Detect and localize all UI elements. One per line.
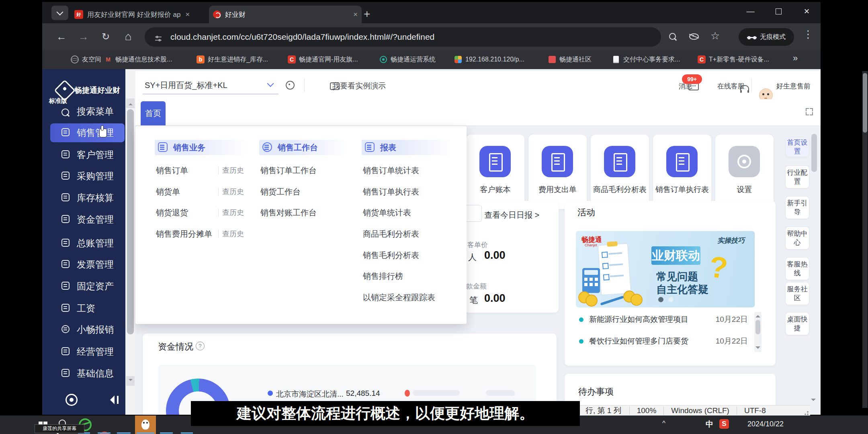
user-name[interactable]: 好生意售前 [776,82,811,91]
help-icon[interactable]: ? [196,342,205,350]
menu-item-product-gross-profit[interactable]: 商品毛利分析表 [363,229,419,239]
resize-grip[interactable] [803,409,809,415]
bookmarks-overflow-icon[interactable]: » [793,53,798,63]
content-scroll-down-icon[interactable] [811,399,816,403]
menu-item-sales-gross-profit[interactable]: 销售毛利分析表 [363,250,419,260]
site-info-icon[interactable] [155,37,162,37]
bookmark-community[interactable]: 畅捷通社区 [548,50,592,69]
tab2-close-icon[interactable]: × [353,10,358,19]
new-tab-button[interactable]: + [364,8,370,20]
background-window-scrollbar[interactable] [862,71,868,408]
address-bar[interactable]: cloud.chanjet.com/cc/u6t720seigd0/lada7f… [145,27,661,47]
rail-home-settings[interactable]: 首页设置 [786,137,809,157]
rail-service-hotline[interactable]: 客服热线 [786,258,809,280]
support-label[interactable]: 在线客服 [717,82,745,91]
tray-chevron-icon[interactable]: ^ [662,420,665,428]
carousel-dot[interactable] [668,297,674,302]
demo-link[interactable]: 我要看实例演示 [332,81,386,91]
scroll-thumb[interactable] [755,320,760,334]
sidebar-item-purchase-mgmt[interactable]: 采购管理 [42,167,125,185]
rail-beginner-guide[interactable]: 新手引导 [786,197,809,219]
bookmark-ops-system[interactable]: 畅捷通运营系统 [379,50,436,69]
tab-search-button[interactable] [51,6,68,20]
sidebar-item-fixed-assets[interactable]: 固定资产 [42,277,125,295]
sidebar-item-invoice-mgmt[interactable]: 发票管理 [42,255,125,274]
shortcut-settings[interactable]: 设置 [715,135,774,209]
qq-active-tile[interactable] [135,416,156,434]
forward-button[interactable]: → [76,29,91,44]
menu-item-sales-delivery[interactable]: 销货单 [156,186,180,197]
menu-item-order-execution-report[interactable]: 销售订单执行表 [363,186,419,197]
news-item[interactable]: 餐饮行业如何管理多门店要货 10月22日 [579,335,748,347]
browser-tab-1[interactable]: 好 用友好业财官网 好业财报价 ap × [70,6,214,23]
org-chevron-down-icon[interactable] [267,80,274,87]
sidebar-item-basic-info[interactable]: 基础信息 [42,364,125,383]
bookmark-chanjet-info[interactable]: M畅捷通信息技术股... [104,50,172,69]
browser-tab-2-active[interactable]: 好业财 × [209,6,362,23]
content-scroll-thumb[interactable] [811,134,817,172]
menu-item-delivery-workbench[interactable]: 销货工作台 [260,186,301,197]
bookmark-ip-address[interactable]: 192.168.210.120/p... [454,50,524,69]
rail-industry-config[interactable]: 行业配置 [786,166,809,188]
menu-item-delivery-stats-report[interactable]: 销货单统计表 [363,207,411,218]
shortcut-expense-voucher[interactable]: 费用支出单 [528,135,587,209]
news-scrollbar[interactable] [754,312,762,352]
menu-action-history[interactable]: 查历史 [218,188,244,196]
sidebar-item-payroll[interactable]: 工资 [42,299,125,317]
bookmark-star-icon[interactable]: ☆ [710,30,720,42]
menu-item-sales-return[interactable]: 销货退货 [156,207,188,218]
shortcut-order-execution-report[interactable]: 销售订单执行表 [653,135,711,209]
rail-desktop-shortcut[interactable]: 桌面快捷 [786,313,809,335]
bookmark-chanjet-site[interactable]: C畅捷通官网-用友旗... [288,50,358,69]
sidebar-item-sales-mgmt[interactable]: 销售管理 [42,123,125,142]
bookmark-tplus-retail[interactable]: CT+新零售-硬件设备... [698,50,769,69]
menu-action-history[interactable]: 查历史 [218,209,244,217]
back-button[interactable]: ← [54,29,69,44]
taskbar-clock[interactable]: 2024/10/22 [739,420,792,428]
bookmark-youspace[interactable]: 友空间 [71,50,101,69]
fullscreen-icon[interactable] [806,108,813,115]
menu-item-sales-ranking[interactable]: 销售排行榜 [363,271,403,281]
ime-indicator[interactable]: 中 [706,419,713,430]
menu-action-history[interactable]: 查历史 [218,230,244,238]
sidebar-item-funds-mgmt[interactable]: 资金管理 [42,210,125,229]
carousel-dot-active[interactable] [658,297,663,302]
menu-item-sales-order[interactable]: 销售订单 [156,165,188,176]
scroll-thumb[interactable] [127,109,134,334]
rail-help-center[interactable]: 帮助中心 [786,227,809,249]
shortcut-gross-profit-report[interactable]: 商品毛利分析表 [591,135,649,209]
bookmark-delivery-center[interactable]: 交付中心事务要求... [612,50,680,69]
sidebar-scrollbar[interactable] [125,69,135,415]
tab1-close-icon[interactable]: × [185,10,190,19]
rail-service-community[interactable]: 服务社区 [786,283,809,305]
window-restore-button[interactable] [770,4,788,18]
org-selector[interactable]: SY+日用百货_标准+KL [145,80,227,91]
menu-action-history[interactable]: 查历史 [218,166,244,174]
sidebar-item-expense[interactable]: 小畅报销 [42,320,125,339]
daily-report-link[interactable]: 查看今日日报 > [484,210,539,221]
scroll-thumb[interactable] [863,73,867,133]
scroll-up-button[interactable] [126,98,135,108]
sidebar-item-inventory-accounting[interactable]: 库存核算 [42,188,125,207]
menu-item-order-stats-report[interactable]: 销售订单统计表 [363,165,419,176]
reload-button[interactable]: ↻ [98,29,113,44]
menu-item-sales-purchase-tracking[interactable]: 以销定采全程跟踪表 [363,292,435,303]
header-gear-icon[interactable] [286,81,295,90]
sidebar-item-customer-mgmt[interactable]: 客户管理 [42,145,125,164]
menu-item-sales-expense-split[interactable]: 销售费用分摊单 [156,229,212,239]
sidebar-item-search-menu[interactable]: 搜索菜单 [42,102,125,121]
sidebar-item-general-ledger[interactable]: 总账管理 [42,234,125,252]
sidebar-settings-gear-icon[interactable] [66,394,78,406]
sogou-icon[interactable]: S [719,419,729,429]
news-item[interactable]: 新能源行业如何高效管理项目 10月22日 [579,313,748,326]
window-minimize-button[interactable]: — [741,4,760,18]
sidebar-item-business-mgmt[interactable]: 经营管理 [42,342,125,361]
activity-banner[interactable]: 畅捷通 Chanjet 实操技巧 业财联动 常见问题 自主化答疑 ? [576,231,755,307]
window-close-button[interactable]: × [798,4,816,18]
bookmark-haoshengyi[interactable]: b好生意进销存_库存... [197,50,268,69]
menu-item-reconciliation-workbench[interactable]: 销售对账工作台 [260,207,317,218]
sidebar-collapse-icon[interactable] [106,395,119,406]
shortcut-customer-ledger[interactable]: 客户账本 [466,135,524,209]
menu-item-order-workbench[interactable]: 销售订单工作台 [260,165,317,176]
scroll-down-button[interactable] [126,376,135,386]
